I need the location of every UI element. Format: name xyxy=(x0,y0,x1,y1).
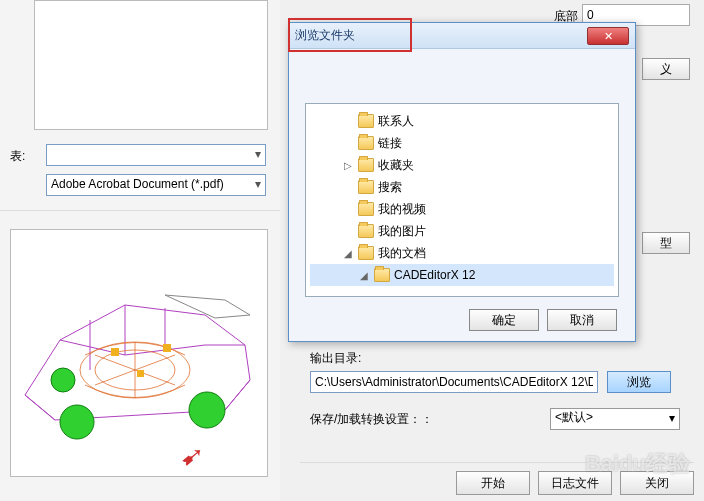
tree-item-label: 我的图片 xyxy=(378,223,426,240)
output-dir-label: 输出目录: xyxy=(310,350,680,367)
folder-icon xyxy=(358,180,374,194)
output-dir-input[interactable] xyxy=(310,371,598,393)
svg-point-2 xyxy=(60,405,94,439)
close-button[interactable]: 关闭 xyxy=(620,471,694,495)
car-wireframe xyxy=(15,260,263,450)
folder-icon xyxy=(374,268,390,282)
tree-item-label: 联系人 xyxy=(378,113,414,130)
tree-item[interactable]: 我的图片 xyxy=(310,220,614,242)
format-select[interactable]: Adobe Acrobat Document (*.pdf) ▾ xyxy=(46,174,266,196)
tree-item-label: 搜索 xyxy=(378,179,402,196)
folder-tree[interactable]: 联系人链接▷收藏夹搜索我的视频我的图片◢我的文档◢CADEditorX 12 xyxy=(305,103,619,297)
ok-button[interactable]: 确定 xyxy=(469,309,539,331)
tree-item[interactable]: 联系人 xyxy=(310,110,614,132)
tree-item[interactable]: 链接 xyxy=(310,132,614,154)
folder-icon xyxy=(358,224,374,238)
tree-item-label: 我的视频 xyxy=(378,201,426,218)
format-value: Adobe Acrobat Document (*.pdf) xyxy=(51,177,224,191)
save-settings-value: <默认> xyxy=(555,410,593,424)
tree-item-label: 我的文档 xyxy=(378,245,426,262)
save-settings-label: 保存/加载转换设置：： xyxy=(310,411,433,428)
folder-icon xyxy=(358,246,374,260)
tree-item[interactable]: ◢我的文档 xyxy=(310,242,614,264)
svg-point-4 xyxy=(51,368,75,392)
expand-icon[interactable]: ◢ xyxy=(342,248,354,259)
table-select[interactable] xyxy=(46,144,266,166)
svg-point-3 xyxy=(189,392,225,428)
xing-button[interactable]: 型 xyxy=(642,232,690,254)
svg-rect-6 xyxy=(163,344,171,352)
expand-icon[interactable]: ◢ xyxy=(358,270,370,281)
tree-item-label: 收藏夹 xyxy=(378,157,414,174)
table-label: 表: xyxy=(10,148,25,165)
close-icon[interactable]: ✕ xyxy=(587,27,629,45)
dialog-title: 浏览文件夹 xyxy=(295,27,587,44)
tree-item-label: 链接 xyxy=(378,135,402,152)
chevron-down-icon: ▾ xyxy=(255,177,261,191)
drawing-preview xyxy=(10,229,268,477)
svg-rect-5 xyxy=(111,348,119,356)
browse-button[interactable]: 浏览 xyxy=(607,371,671,393)
tree-item[interactable]: ◢CADEditorX 12 xyxy=(310,264,614,286)
folder-icon xyxy=(358,158,374,172)
log-file-button[interactable]: 日志文件 xyxy=(538,471,612,495)
tree-item[interactable]: 搜索 xyxy=(310,176,614,198)
dialog-titlebar[interactable]: 浏览文件夹 ✕ xyxy=(289,23,635,49)
start-button[interactable]: 开始 xyxy=(456,471,530,495)
tree-item-label: CADEditorX 12 xyxy=(394,268,475,282)
folder-icon xyxy=(358,202,374,216)
cancel-button[interactable]: 取消 xyxy=(547,309,617,331)
yi-button[interactable]: 义 xyxy=(642,58,690,80)
top-preview-pane xyxy=(34,0,268,130)
svg-rect-7 xyxy=(137,370,144,377)
folder-icon xyxy=(358,136,374,150)
tree-item[interactable]: ▷收藏夹 xyxy=(310,154,614,176)
save-settings-select[interactable]: <默认> xyxy=(550,408,680,430)
expand-icon[interactable]: ▷ xyxy=(342,160,354,171)
browse-folder-dialog: 浏览文件夹 ✕ 联系人链接▷收藏夹搜索我的视频我的图片◢我的文档◢CADEdit… xyxy=(288,22,636,342)
folder-icon xyxy=(358,114,374,128)
tree-item[interactable]: 我的视频 xyxy=(310,198,614,220)
